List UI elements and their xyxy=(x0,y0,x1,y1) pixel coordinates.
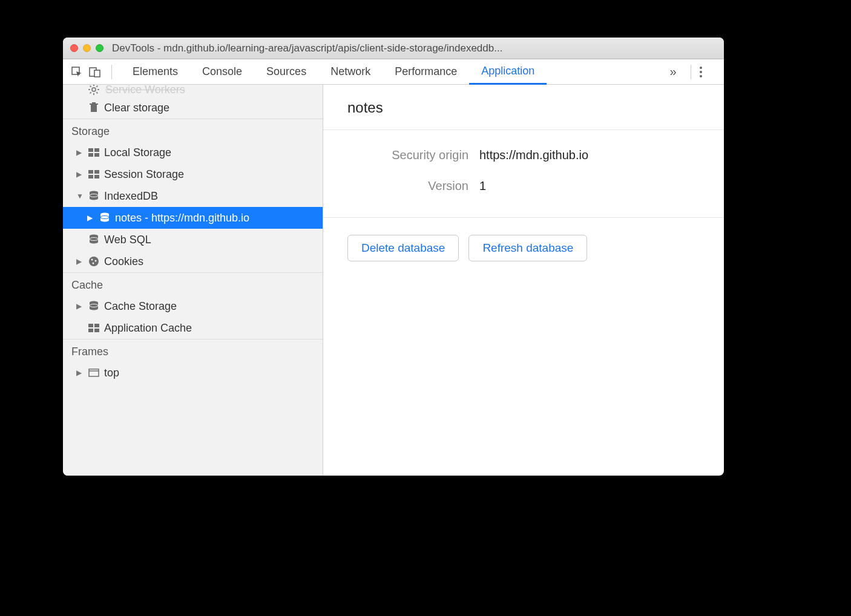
main-content: notes Security origin https://mdn.github… xyxy=(323,85,724,476)
application-sidebar: Service Workers Clear storage Storage ▶ … xyxy=(63,85,323,476)
version-row: Version 1 xyxy=(347,179,700,193)
svg-rect-15 xyxy=(91,105,97,112)
sidebar-item-clear-storage[interactable]: Clear storage xyxy=(63,97,323,119)
svg-rect-22 xyxy=(88,170,93,174)
database-icon xyxy=(87,189,100,203)
svg-rect-20 xyxy=(88,153,93,157)
traffic-lights xyxy=(70,44,104,52)
sidebar-item-web-sql[interactable]: Web SQL xyxy=(63,229,323,251)
window-title: DevTools - mdn.github.io/learning-area/j… xyxy=(112,42,717,54)
svg-point-3 xyxy=(700,67,702,69)
security-origin-row: Security origin https://mdn.github.io xyxy=(347,148,700,162)
storage-grid-icon xyxy=(87,321,100,335)
svg-rect-2 xyxy=(94,70,100,77)
svg-point-6 xyxy=(92,88,96,91)
sidebar-item-label: IndexedDB xyxy=(104,190,158,203)
sidebar-item-application-cache[interactable]: Application Cache xyxy=(63,317,323,339)
svg-point-4 xyxy=(700,71,702,73)
chevron-right-icon: ▶ xyxy=(76,170,84,179)
toolbar-divider xyxy=(111,65,112,79)
close-window-button[interactable] xyxy=(70,44,78,52)
fullscreen-window-button[interactable] xyxy=(96,44,104,52)
sidebar-item-label: Clear storage xyxy=(104,102,169,114)
sidebar-section-cache: Cache xyxy=(63,272,323,295)
sidebar-item-indexeddb-notes[interactable]: ▶ notes - https://mdn.github.io xyxy=(63,207,323,229)
chevron-right-icon: ▶ xyxy=(76,369,84,377)
sidebar-item-label: notes - https://mdn.github.io xyxy=(115,212,249,224)
database-icon xyxy=(87,233,100,246)
svg-rect-16 xyxy=(90,103,98,105)
svg-rect-42 xyxy=(89,369,99,376)
refresh-database-button[interactable]: Refresh database xyxy=(468,235,587,261)
devtools-toolbar: Elements Console Sources Network Perform… xyxy=(63,59,724,85)
sidebar-section-storage: Storage xyxy=(63,119,323,142)
database-details: Security origin https://mdn.github.io Ve… xyxy=(323,130,724,218)
sidebar-item-cookies[interactable]: ▶ Cookies xyxy=(63,251,323,272)
svg-line-14 xyxy=(96,86,97,87)
tab-sources[interactable]: Sources xyxy=(254,59,318,85)
sidebar-item-cache-storage[interactable]: ▶ Cache Storage xyxy=(63,295,323,317)
chevron-right-icon: ▶ xyxy=(76,257,84,266)
database-actions: Delete database Refresh database xyxy=(323,218,724,278)
tab-application[interactable]: Application xyxy=(469,59,547,85)
svg-line-11 xyxy=(90,86,91,87)
svg-rect-41 xyxy=(94,329,99,332)
svg-rect-25 xyxy=(94,175,99,179)
database-icon xyxy=(87,300,100,313)
settings-menu-icon[interactable] xyxy=(700,67,718,77)
svg-rect-18 xyxy=(88,148,93,152)
svg-line-13 xyxy=(90,92,91,93)
sidebar-item-label: top xyxy=(104,367,119,379)
storage-grid-icon xyxy=(87,168,100,181)
minimize-window-button[interactable] xyxy=(83,44,91,52)
titlebar: DevTools - mdn.github.io/learning-area/j… xyxy=(63,38,724,59)
sidebar-item-frame-top[interactable]: ▶ top xyxy=(63,362,323,384)
toolbar-divider xyxy=(691,65,691,79)
storage-grid-icon xyxy=(87,146,100,159)
svg-rect-38 xyxy=(88,324,93,327)
svg-point-35 xyxy=(93,263,94,264)
tabs-overflow-icon[interactable]: » xyxy=(664,65,682,79)
cookie-icon xyxy=(87,255,100,268)
sidebar-section-frames: Frames xyxy=(63,339,323,362)
tab-console[interactable]: Console xyxy=(190,59,254,85)
version-label: Version xyxy=(347,179,468,193)
svg-rect-24 xyxy=(88,175,93,179)
sidebar-item-local-storage[interactable]: ▶ Local Storage xyxy=(63,142,323,163)
panel-tabs: Elements Console Sources Network Perform… xyxy=(120,59,662,85)
svg-point-5 xyxy=(700,75,702,77)
tab-performance[interactable]: Performance xyxy=(383,59,469,85)
svg-point-34 xyxy=(95,260,97,262)
svg-rect-23 xyxy=(94,170,99,174)
frame-icon xyxy=(87,366,100,379)
sidebar-item-service-workers[interactable]: Service Workers xyxy=(63,85,323,97)
chevron-right-icon: ▶ xyxy=(76,302,84,310)
sidebar-item-indexeddb[interactable]: ▼ IndexedDB xyxy=(63,185,323,207)
svg-line-12 xyxy=(96,92,97,93)
security-origin-value: https://mdn.github.io xyxy=(479,148,588,162)
sidebar-item-session-storage[interactable]: ▶ Session Storage xyxy=(63,163,323,185)
database-title: notes xyxy=(323,85,724,130)
devtools-window: DevTools - mdn.github.io/learning-area/j… xyxy=(63,38,724,476)
svg-point-32 xyxy=(89,257,99,266)
sidebar-item-label: Session Storage xyxy=(104,168,184,181)
svg-rect-39 xyxy=(94,324,99,327)
gear-icon xyxy=(87,85,100,96)
sidebar-item-label: Cookies xyxy=(104,255,143,268)
database-icon xyxy=(98,211,111,224)
inspect-element-icon[interactable] xyxy=(69,64,85,80)
security-origin-label: Security origin xyxy=(347,148,468,162)
tab-elements[interactable]: Elements xyxy=(120,59,190,85)
svg-point-33 xyxy=(91,259,93,261)
version-value: 1 xyxy=(479,179,486,193)
device-toolbar-icon[interactable] xyxy=(87,64,103,80)
sidebar-item-label: Web SQL xyxy=(104,234,151,246)
tab-network[interactable]: Network xyxy=(318,59,383,85)
trash-icon xyxy=(87,101,100,114)
svg-rect-19 xyxy=(94,148,99,152)
svg-rect-40 xyxy=(88,329,93,332)
sidebar-item-label: Local Storage xyxy=(104,146,171,159)
sidebar-item-label: Service Workers xyxy=(105,85,185,96)
svg-rect-17 xyxy=(92,102,96,103)
delete-database-button[interactable]: Delete database xyxy=(347,235,459,261)
